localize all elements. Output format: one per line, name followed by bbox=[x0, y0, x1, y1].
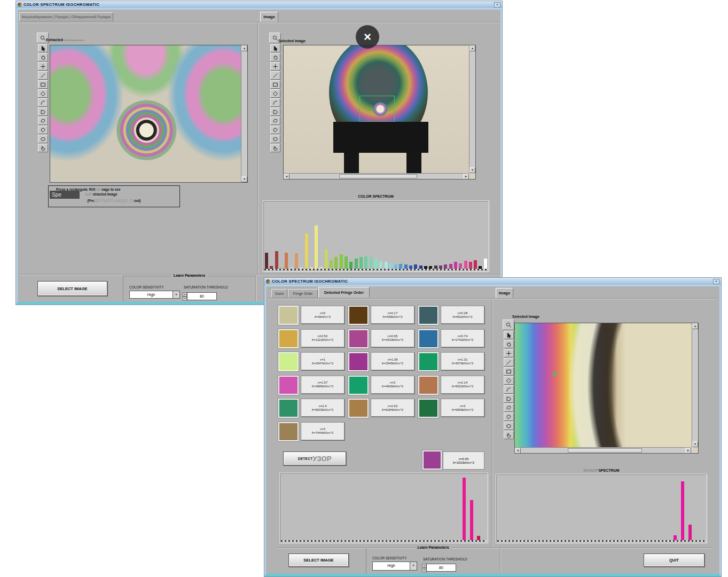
hand-point-tool-button[interactable] bbox=[504, 431, 514, 439]
spin-up-icon[interactable]: ▲ bbox=[422, 564, 426, 568]
selected-horizontal-scrollbar[interactable]: ◄ ► bbox=[284, 173, 469, 179]
lasso-tool-button[interactable] bbox=[270, 116, 280, 125]
hand-point-tool-button[interactable] bbox=[38, 144, 48, 152]
fringe-order-item[interactable]: n=0.74δ=1742kN/m^2 bbox=[418, 329, 488, 349]
tab-zoom[interactable]: Zoom bbox=[271, 289, 287, 298]
fringe-order-item[interactable]: n=0.28δ=651kN/m^2 bbox=[418, 306, 488, 325]
hand-tool-button[interactable] bbox=[270, 53, 280, 61]
scrollbar-thumb[interactable] bbox=[568, 448, 642, 453]
fringe-order-item[interactable]: n=2.14δ=5022kN/m^2 bbox=[418, 376, 488, 395]
scroll-down-icon[interactable]: ▼ bbox=[241, 176, 247, 182]
cursor-tool-button[interactable] bbox=[504, 331, 514, 339]
scroll-up-icon[interactable]: ▲ bbox=[692, 323, 698, 329]
crosshair-tool-button[interactable] bbox=[270, 62, 280, 71]
scroll-right-icon[interactable]: ► bbox=[685, 448, 691, 454]
crosshair-tool-button[interactable] bbox=[504, 349, 514, 357]
color-sensitivity-dropdown2[interactable]: High ▼ bbox=[372, 562, 417, 571]
scroll-down-icon[interactable]: ▼ bbox=[469, 167, 475, 173]
fringe-order-item[interactable]: n=1.08δ=2545kN/m^2 bbox=[348, 352, 418, 372]
dropdown-arrow-icon[interactable]: ▼ bbox=[410, 562, 417, 570]
scroll-left-icon[interactable]: ◄ bbox=[284, 174, 289, 180]
rect-tool-button[interactable] bbox=[504, 367, 514, 376]
select-image-button[interactable]: SELECT IMAGE bbox=[37, 281, 107, 296]
spinner[interactable]: ▲▼ bbox=[183, 292, 187, 300]
fringe-order-item[interactable]: n=1.57δ=3686kN/m^2 bbox=[278, 376, 348, 395]
rect-tool-button[interactable] bbox=[270, 80, 280, 89]
window1-tab-image[interactable]: Image bbox=[260, 12, 278, 22]
dropdown-arrow-icon[interactable]: ▼ bbox=[173, 291, 179, 298]
spinner[interactable]: ▲▼ bbox=[422, 564, 426, 572]
window1-titlebar[interactable]: COLOR SPECTRUM ISOCHROMATIC × bbox=[16, 1, 502, 8]
fringe-order-item[interactable]: n=2.4δ=5633kN/m^2 bbox=[278, 399, 348, 418]
rect-tool-button[interactable] bbox=[38, 80, 48, 89]
line-tool-button[interactable] bbox=[504, 358, 514, 367]
scrollbar-thumb[interactable] bbox=[339, 174, 417, 178]
window2-titlebar[interactable]: COLOR SPECTRUM ISOCHROMATIC × bbox=[264, 278, 721, 285]
overlay-close-button[interactable]: × bbox=[356, 25, 379, 49]
spin-down-icon[interactable]: ▼ bbox=[183, 297, 187, 301]
fringe-order-item[interactable]: n=3δ=6999kN/m^2 bbox=[418, 399, 488, 418]
selected-vertical-scrollbar[interactable]: ▲ ▼ bbox=[469, 45, 475, 173]
polygon-tool-button[interactable] bbox=[504, 394, 514, 403]
scroll-right-icon[interactable]: ► bbox=[463, 174, 469, 180]
window1-close-button[interactable]: × bbox=[494, 2, 500, 7]
tab-group-russian[interactable]: Масштабирование | Порядок | Обнаруженный… bbox=[19, 12, 113, 21]
lasso-tool-button[interactable] bbox=[38, 116, 48, 125]
horizontal-scrollbar[interactable]: ◄ ► bbox=[515, 447, 691, 453]
spin-up-icon[interactable]: ▲ bbox=[183, 292, 187, 297]
saturation-threshold-field2[interactable]: ▲▼ 80 bbox=[422, 564, 456, 572]
hand-point-tool-button[interactable] bbox=[270, 144, 280, 152]
line-tool-button[interactable] bbox=[38, 71, 48, 80]
fringe-order-item[interactable]: n=1δ=2047kN/m^2 bbox=[278, 352, 348, 372]
saturation-threshold-value[interactable]: 80 bbox=[187, 292, 217, 300]
hand-tool-button[interactable] bbox=[38, 53, 48, 61]
fringe-order-item[interactable]: n=0.17δ=405kN/m^2 bbox=[348, 306, 418, 325]
ellipse-tool-button[interactable] bbox=[38, 135, 48, 143]
ellipse-tool-button[interactable] bbox=[504, 422, 514, 430]
quit-button[interactable]: QUIT bbox=[644, 553, 704, 567]
zoom-tool-button[interactable] bbox=[503, 319, 514, 330]
crosshair-tool-button[interactable] bbox=[38, 62, 48, 71]
extracted-image-view[interactable]: ▲ ▼ bbox=[50, 45, 248, 183]
polygon-tool-button[interactable] bbox=[38, 107, 48, 116]
vertical-scrollbar[interactable]: ▲ ▼ bbox=[692, 323, 698, 447]
diamond-tool-button[interactable] bbox=[38, 89, 48, 98]
blob-tool-button[interactable] bbox=[504, 412, 514, 421]
saturation-threshold-value2[interactable]: 80 bbox=[426, 564, 456, 572]
polygon-tool-button[interactable] bbox=[270, 107, 280, 116]
scroll-up-icon[interactable]: ▲ bbox=[469, 45, 475, 51]
saturation-threshold-field[interactable]: ▲▼ 80 bbox=[183, 292, 217, 300]
line-tool-button[interactable] bbox=[270, 71, 280, 80]
fringe-order-item[interactable]: n=2δ=4506kN/m^2 bbox=[348, 376, 418, 395]
scroll-up-icon[interactable]: ▲ bbox=[241, 45, 247, 51]
fringe-order-item[interactable]: n=1.31δ=3076kN/m^2 bbox=[418, 352, 488, 372]
blob-tool-button[interactable] bbox=[38, 126, 48, 134]
arc-tool-button[interactable] bbox=[270, 98, 280, 107]
selected-image-view[interactable]: ▲ ▼ ◄ ► bbox=[283, 45, 476, 180]
scroll-down-icon[interactable]: ▼ bbox=[692, 441, 698, 447]
detect-button[interactable]: DETECTУЗОР bbox=[283, 451, 346, 465]
spin-down-icon[interactable]: ▼ bbox=[422, 568, 426, 572]
ellipse-tool-button[interactable] bbox=[270, 135, 280, 143]
tab-detected-fringe-order[interactable]: Detected Fringe Order bbox=[318, 287, 370, 298]
arc-tool-button[interactable] bbox=[504, 385, 514, 394]
cursor-tool-button[interactable] bbox=[270, 44, 280, 52]
fringe-order-item[interactable]: n=0.65δ=1533kN/m^2 bbox=[348, 329, 418, 349]
tab-fringe-order[interactable]: Fringe Order bbox=[288, 289, 318, 298]
hand-tool-button[interactable] bbox=[504, 340, 514, 348]
extracted-vertical-scrollbar[interactable]: ▲ ▼ bbox=[241, 45, 247, 182]
window2-tab-image[interactable]: Image bbox=[496, 288, 513, 298]
fringe-order-item[interactable]: n=2.63δ=6184kN/m^2 bbox=[348, 399, 418, 418]
color-sensitivity-dropdown[interactable]: High ▼ bbox=[129, 291, 180, 299]
cursor-tool-button[interactable] bbox=[38, 44, 48, 52]
fringe-order-item[interactable]: n=0δ=0kN/m^2 bbox=[278, 306, 348, 325]
diamond-tool-button[interactable] bbox=[270, 89, 280, 98]
select-image-button2[interactable]: SELECT IMAGE bbox=[288, 553, 349, 567]
diamond-tool-button[interactable] bbox=[504, 376, 514, 385]
arc-tool-button[interactable] bbox=[38, 98, 48, 107]
lasso-tool-button[interactable] bbox=[504, 403, 514, 412]
scroll-left-icon[interactable]: ◄ bbox=[515, 448, 521, 454]
fringe-order-item[interactable]: n=3δ=7444kN/m^2 bbox=[278, 422, 348, 442]
window2-close-button[interactable]: × bbox=[713, 279, 719, 284]
selected-image-view2[interactable]: ▲ ▼ ◄ ► bbox=[514, 323, 699, 454]
